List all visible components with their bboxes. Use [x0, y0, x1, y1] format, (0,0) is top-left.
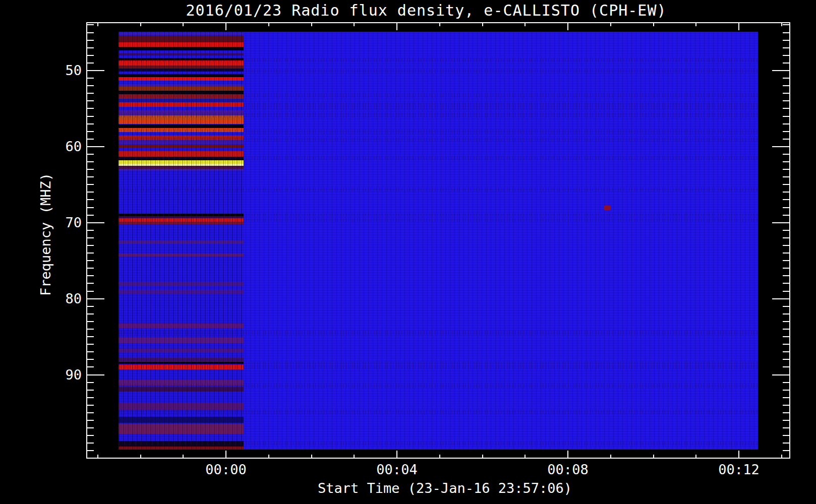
y-minor-tick — [783, 321, 789, 322]
x-major-tick — [396, 451, 397, 458]
x-minor-tick — [354, 455, 355, 458]
y-minor-tick — [783, 123, 789, 124]
y-minor-tick — [783, 336, 789, 337]
y-minor-tick — [87, 321, 94, 322]
y-minor-tick — [87, 230, 94, 231]
chart-title: 2016/01/23 Radio flux density, e-CALLIST… — [186, 2, 666, 19]
y-minor-tick — [783, 116, 789, 117]
y-minor-tick — [783, 435, 789, 436]
y-minor-tick — [87, 253, 94, 254]
y-minor-tick — [87, 184, 94, 185]
y-minor-tick — [783, 390, 789, 391]
red-speck — [604, 206, 611, 210]
y-minor-tick — [87, 336, 94, 337]
y-minor-tick — [783, 450, 789, 451]
y-minor-tick — [87, 435, 94, 436]
y-major-tick — [87, 70, 104, 71]
y-minor-tick — [783, 215, 789, 216]
y-major-tick — [772, 374, 789, 375]
y-minor-tick — [87, 420, 94, 421]
x-minor-tick — [140, 23, 141, 26]
y-minor-tick — [783, 93, 789, 94]
y-minor-tick — [783, 405, 789, 406]
y-minor-tick — [87, 427, 94, 428]
y-minor-tick — [87, 382, 94, 383]
y-minor-tick — [783, 253, 789, 254]
y-minor-tick — [783, 344, 789, 345]
y-minor-tick — [87, 207, 94, 208]
y-minor-tick — [783, 366, 789, 367]
y-minor-tick — [87, 443, 94, 444]
y-minor-tick — [87, 237, 94, 238]
y-minor-tick — [87, 85, 94, 86]
x-minor-tick — [482, 23, 483, 26]
x-minor-tick — [524, 23, 526, 26]
spectrogram-page: 2016/01/23 Radio flux density, e-CALLIST… — [0, 0, 816, 504]
x-minor-tick — [97, 455, 98, 458]
y-minor-tick — [87, 313, 94, 314]
y-minor-tick — [87, 169, 94, 170]
y-minor-tick — [783, 245, 789, 246]
y-minor-tick — [87, 283, 94, 284]
x-minor-tick — [610, 455, 611, 458]
y-major-tick — [87, 146, 104, 147]
x-major-tick — [567, 451, 568, 458]
y-major-tick — [772, 222, 789, 223]
y-minor-tick — [783, 283, 789, 284]
y-minor-tick — [783, 268, 789, 269]
y-minor-tick — [87, 397, 94, 398]
x-minor-tick — [695, 23, 696, 26]
x-minor-tick — [268, 455, 269, 458]
y-minor-tick — [783, 260, 789, 261]
y-major-tick — [87, 374, 104, 375]
y-axis-title: Frequency (MHZ) — [38, 173, 53, 296]
x-major-tick — [225, 23, 226, 30]
y-major-tick — [772, 298, 789, 299]
y-minor-tick — [783, 161, 789, 162]
y-minor-tick — [783, 329, 789, 330]
y-minor-tick — [87, 412, 94, 413]
y-minor-tick — [87, 40, 94, 41]
y-minor-tick — [783, 154, 789, 155]
y-minor-tick — [783, 382, 789, 383]
y-minor-tick — [783, 32, 789, 33]
x-tick-label: 00:04 — [376, 462, 417, 477]
y-minor-tick — [87, 192, 94, 193]
y-tick-label: 50 — [20, 62, 82, 78]
y-minor-tick — [783, 169, 789, 170]
y-minor-tick — [783, 192, 789, 193]
y-minor-tick — [783, 108, 789, 109]
y-minor-tick — [87, 291, 94, 292]
y-minor-tick — [87, 62, 94, 64]
y-minor-tick — [783, 291, 789, 292]
x-major-tick — [396, 23, 397, 30]
x-minor-tick — [653, 455, 654, 458]
y-minor-tick — [783, 131, 789, 132]
y-minor-tick — [87, 359, 94, 360]
y-minor-tick — [87, 47, 94, 48]
y-minor-tick — [87, 260, 94, 261]
x-axis-title: Start Time (23-Jan-16 23:57:06) — [318, 480, 572, 496]
x-minor-tick — [781, 23, 782, 26]
y-minor-tick — [783, 397, 789, 398]
x-minor-tick — [183, 455, 184, 458]
x-tick-label: 00:00 — [205, 462, 246, 477]
y-minor-tick — [783, 55, 789, 56]
y-minor-tick — [87, 329, 94, 330]
x-minor-tick — [354, 23, 355, 26]
x-major-tick — [225, 451, 226, 458]
y-minor-tick — [783, 176, 789, 177]
y-minor-tick — [87, 116, 94, 117]
y-minor-tick — [87, 55, 94, 56]
y-minor-tick — [783, 351, 789, 352]
y-minor-tick — [87, 351, 94, 352]
y-minor-tick — [87, 405, 94, 406]
x-minor-tick — [524, 455, 526, 458]
x-minor-tick — [140, 455, 141, 458]
y-minor-tick — [783, 85, 789, 86]
x-minor-tick — [653, 23, 654, 26]
y-minor-tick — [783, 100, 789, 101]
x-major-tick — [567, 23, 568, 30]
x-major-tick — [738, 451, 739, 458]
y-minor-tick — [87, 199, 94, 200]
